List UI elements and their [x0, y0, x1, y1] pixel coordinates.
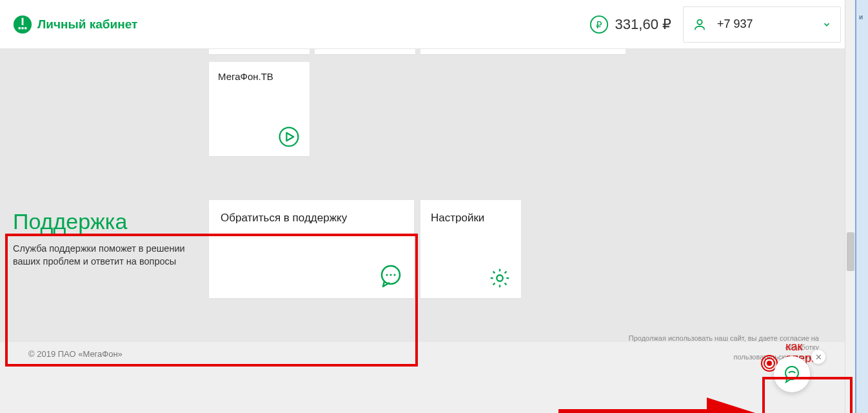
account-selector[interactable]: +7 937 — [683, 6, 841, 43]
person-icon — [693, 17, 707, 32]
svg-text:₽: ₽ — [596, 19, 602, 30]
svg-point-13 — [393, 274, 395, 276]
phone-number: +7 937 — [717, 17, 812, 31]
scrollbar[interactable] — [845, 0, 855, 413]
svg-marker-9 — [286, 133, 293, 141]
card-stub — [209, 49, 310, 54]
megafon-tv-card[interactable]: МегаФон.ТВ — [209, 62, 310, 156]
svg-point-14 — [497, 275, 502, 281]
footer: © 2019 ПАО «МегаФон» Продолжая использов… — [0, 342, 845, 413]
header: Личный кабинет ₽ 331,60 ₽ +7 937 — [0, 0, 845, 49]
chevron-down-icon — [822, 20, 831, 29]
settings-card[interactable]: Настройки — [420, 200, 521, 298]
chat-bubble-icon — [782, 365, 802, 384]
gear-icon — [489, 267, 511, 289]
chat-widget[interactable]: ✕ — [765, 342, 818, 395]
contact-support-card[interactable]: Обратиться в поддержку — [209, 200, 414, 298]
copyright: © 2019 ПАО «МегаФон» — [28, 349, 123, 359]
svg-point-4 — [25, 26, 27, 29]
svg-point-12 — [390, 274, 391, 276]
support-description: Служба поддержки поможет в решении ваших… — [13, 243, 200, 268]
svg-point-7 — [697, 19, 702, 24]
card-stub — [315, 49, 415, 54]
header-title: Личный кабинет — [37, 17, 137, 32]
logo[interactable]: Личный кабинет — [0, 15, 137, 34]
svg-point-8 — [280, 128, 299, 146]
card-title: МегаФон.ТВ — [218, 71, 301, 82]
close-icon: ✕ — [815, 352, 822, 362]
chat-launcher[interactable] — [774, 356, 810, 392]
ruble-icon: ₽ — [589, 15, 609, 34]
megafon-logo-icon — [13, 15, 32, 34]
card-title: Настройки — [431, 212, 511, 225]
balance-value: 331,60 ₽ — [615, 16, 671, 33]
page-scroll-area: Личный кабинет ₽ 331,60 ₽ +7 937 — [0, 0, 855, 413]
chat-close-button[interactable]: ✕ — [811, 350, 825, 364]
support-heading: Поддержка — [13, 209, 127, 234]
svg-point-2 — [18, 26, 21, 29]
balance[interactable]: ₽ 331,60 ₽ — [589, 15, 683, 34]
svg-point-11 — [386, 274, 388, 276]
browser-sidebar: и — [855, 0, 868, 413]
svg-point-3 — [21, 26, 24, 29]
main-content: МегаФон.ТВ Поддержка Служба поддержки по… — [0, 49, 845, 413]
svg-rect-1 — [22, 17, 24, 25]
card-title: Обратиться в поддержку — [221, 212, 402, 225]
chat-icon — [378, 263, 404, 289]
scrollbar-thumb[interactable] — [847, 232, 854, 271]
card-stub — [420, 49, 626, 54]
